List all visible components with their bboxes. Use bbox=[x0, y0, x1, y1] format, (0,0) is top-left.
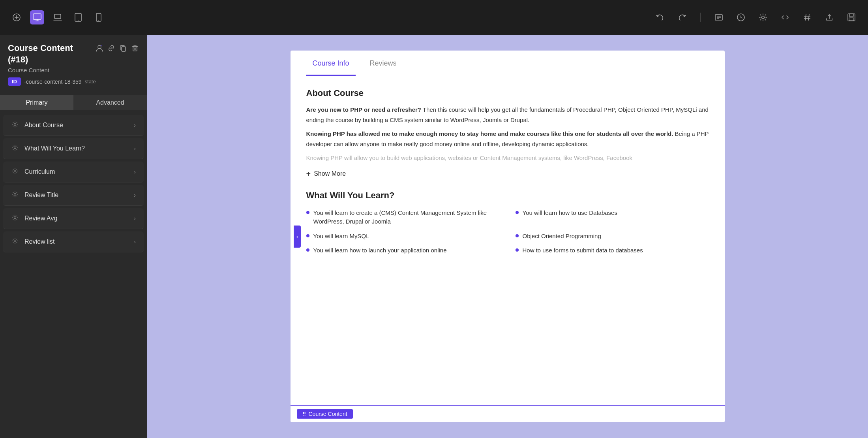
toolbar bbox=[0, 0, 868, 35]
svg-point-27 bbox=[98, 45, 101, 49]
svg-point-38 bbox=[14, 240, 16, 242]
bullet-3 bbox=[306, 234, 309, 237]
svg-point-35 bbox=[14, 170, 16, 172]
plus-icon[interactable] bbox=[9, 10, 24, 24]
monitor-icon[interactable] bbox=[30, 10, 44, 24]
collapse-sidebar-btn[interactable]: ‹ bbox=[294, 226, 301, 248]
toolbar-sep-1 bbox=[700, 13, 701, 22]
bullet-5 bbox=[306, 248, 309, 252]
learn-text-4: Object Oriented Programming bbox=[523, 232, 601, 241]
settings-icon-5 bbox=[11, 214, 19, 222]
list-icon[interactable] bbox=[712, 10, 726, 24]
gear-icon[interactable] bbox=[756, 10, 770, 24]
svg-point-8 bbox=[78, 20, 79, 21]
redo-icon[interactable] bbox=[675, 10, 689, 24]
sidebar-item-curriculum[interactable]: Curriculum › bbox=[3, 162, 144, 182]
learn-text-2: You will learn how to use Databases bbox=[523, 209, 617, 218]
arrow-icon-4: › bbox=[134, 192, 136, 198]
learn-text-1: You will learn to create a (CMS) Content… bbox=[313, 209, 500, 226]
settings-icon-4 bbox=[11, 191, 19, 199]
copy-icon[interactable] bbox=[119, 44, 127, 54]
learn-item-3: You will learn MySQL bbox=[306, 232, 500, 241]
sidebar-subtitle: Course Content bbox=[8, 67, 139, 73]
sidebar: Course Content (#18) bbox=[0, 35, 147, 438]
sidebar-items-list: About Course › What Will You Learn? › bbox=[0, 115, 147, 255]
learn-text-6: How to use forms to submit data to datab… bbox=[523, 246, 643, 255]
drag-dots-icon: ⠿ bbox=[302, 411, 306, 417]
svg-rect-26 bbox=[849, 18, 854, 21]
page-content: Course Info Reviews About Course Are you… bbox=[291, 51, 725, 422]
svg-point-33 bbox=[14, 124, 16, 126]
toolbar-left bbox=[9, 10, 645, 24]
settings-icon-2 bbox=[11, 145, 19, 152]
svg-rect-6 bbox=[54, 14, 61, 19]
svg-line-19 bbox=[805, 14, 806, 21]
undo-icon[interactable] bbox=[653, 10, 667, 24]
laptop-icon[interactable] bbox=[51, 10, 65, 24]
svg-point-10 bbox=[98, 20, 99, 21]
bottom-bar-text: Course Content bbox=[309, 411, 347, 417]
learn-text-5: You will learn how to launch your applic… bbox=[313, 246, 447, 255]
clock-icon[interactable] bbox=[734, 10, 748, 24]
show-more-button[interactable]: + Show More bbox=[306, 169, 709, 179]
tab-reviews[interactable]: Reviews bbox=[364, 51, 403, 76]
hash-icon[interactable] bbox=[800, 10, 814, 24]
course-desc-bold-2: Knowing PHP has allowed me to make enoug… bbox=[306, 130, 673, 137]
review-title-label: Review Title bbox=[24, 192, 128, 199]
learn-item-4: Object Oriented Programming bbox=[516, 232, 709, 241]
svg-line-17 bbox=[741, 17, 742, 18]
sidebar-tabs: Primary Advanced bbox=[0, 95, 147, 110]
learn-item-2: You will learn how to use Databases bbox=[516, 209, 709, 226]
page-bottom-bar: ⠿ Course Content bbox=[291, 405, 725, 422]
id-badge: ID bbox=[8, 77, 21, 86]
canvas-area: ‹ Course Info Reviews About Course Are y… bbox=[147, 35, 868, 438]
sidebar-item-review-avg[interactable]: Review Avg › bbox=[3, 208, 144, 229]
bullet-1 bbox=[306, 211, 309, 214]
link-icon[interactable] bbox=[107, 44, 115, 54]
course-desc-1: Are you new to PHP or need a refresher? … bbox=[306, 105, 709, 125]
tab-primary[interactable]: Primary bbox=[0, 95, 73, 110]
what-learn-label: What Will You Learn? bbox=[24, 145, 128, 152]
phone-icon[interactable] bbox=[92, 10, 106, 24]
export-icon[interactable] bbox=[822, 10, 836, 24]
learn-item-6: How to use forms to submit data to datab… bbox=[516, 246, 709, 255]
state-badge: state bbox=[85, 79, 96, 85]
svg-rect-29 bbox=[122, 47, 126, 51]
sidebar-title: Course Content (#18) bbox=[8, 43, 96, 65]
tab-advanced[interactable]: Advanced bbox=[73, 95, 147, 110]
svg-rect-25 bbox=[849, 14, 853, 17]
user-icon[interactable] bbox=[96, 44, 103, 54]
bullet-6 bbox=[516, 248, 519, 252]
svg-rect-30 bbox=[133, 47, 137, 51]
about-course-label: About Course bbox=[24, 122, 128, 129]
main-area: Course Content (#18) bbox=[0, 35, 868, 438]
arrow-icon-2: › bbox=[134, 145, 136, 152]
tab-course-info[interactable]: Course Info bbox=[306, 51, 356, 76]
course-desc-2: Knowing PHP has allowed me to make enoug… bbox=[306, 129, 709, 149]
learn-item-5: You will learn how to launch your applic… bbox=[306, 246, 500, 255]
sidebar-item-review-list[interactable]: Review list › bbox=[3, 231, 144, 252]
code-icon[interactable] bbox=[778, 10, 792, 24]
toolbar-right bbox=[653, 10, 859, 24]
save-icon[interactable] bbox=[844, 10, 859, 24]
tablet-icon[interactable] bbox=[71, 10, 85, 24]
what-learn-title: What Will You Learn? bbox=[306, 190, 709, 201]
course-content-bar-label: ⠿ Course Content bbox=[297, 409, 353, 419]
sidebar-item-review-title[interactable]: Review Title › bbox=[3, 185, 144, 206]
page-tabs: Course Info Reviews bbox=[291, 51, 725, 76]
svg-rect-3 bbox=[33, 14, 41, 19]
sidebar-id-row: ID -course-content-18-359 state bbox=[8, 77, 139, 86]
settings-icon-1 bbox=[11, 121, 19, 129]
course-desc-bold-1: Are you new to PHP or need a refresher? bbox=[306, 106, 421, 113]
arrow-icon-3: › bbox=[134, 169, 136, 175]
settings-icon-3 bbox=[11, 168, 19, 176]
sidebar-item-about-course[interactable]: About Course › bbox=[3, 115, 144, 136]
svg-point-18 bbox=[762, 16, 765, 19]
review-list-label: Review list bbox=[24, 238, 128, 245]
sidebar-item-what-learn[interactable]: What Will You Learn? › bbox=[3, 138, 144, 159]
svg-point-36 bbox=[14, 194, 16, 196]
svg-point-34 bbox=[14, 147, 16, 149]
show-more-label: Show More bbox=[314, 170, 346, 177]
arrow-icon-1: › bbox=[134, 122, 136, 128]
delete-icon[interactable] bbox=[131, 44, 139, 54]
